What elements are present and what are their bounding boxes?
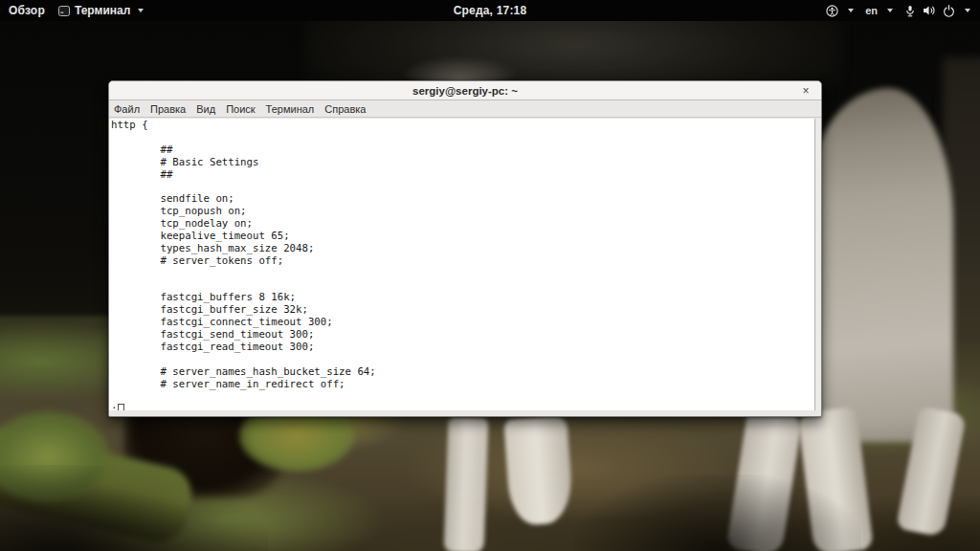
menu-item[interactable]: Правка <box>150 103 186 115</box>
chevron-down-icon <box>138 9 144 12</box>
terminal-icon <box>58 6 70 16</box>
terminal-line: # Basic Settings <box>111 157 814 169</box>
menu-item[interactable]: Справка <box>324 103 366 115</box>
accessibility-icon <box>826 5 838 17</box>
gnome-top-bar: Обзор Терминал Среда, 17:18 <box>0 0 980 21</box>
chevron-down-icon <box>965 9 970 12</box>
window-title: sergiy@sergiy-pc: ~ <box>412 85 518 97</box>
ground-shadow <box>574 474 861 551</box>
microphone-icon <box>904 5 916 17</box>
pager-prompt-row: : <box>111 403 814 410</box>
pager-prompt: : <box>111 403 117 410</box>
chevron-down-icon <box>848 9 854 12</box>
clock-button[interactable]: Среда, 17:18 <box>454 4 527 17</box>
terminal-line <box>111 354 814 366</box>
terminal-window: sergiy@sergiy-pc: ~ × ФайлПравкаВидПоиск… <box>108 80 822 417</box>
terminal-line: types_hash_max_size 2048; <box>111 243 814 255</box>
menu-item[interactable]: Поиск <box>226 103 255 115</box>
terminal-line: http { <box>111 120 814 132</box>
terminal-cursor <box>118 404 124 410</box>
volume-icon <box>923 5 936 16</box>
wolf-leg <box>444 416 489 551</box>
terminal-line: # server_name_in_redirect off; <box>111 379 814 391</box>
terminal-line: ## <box>111 169 814 182</box>
power-icon <box>943 5 955 17</box>
menu-item[interactable]: Файл <box>114 103 140 115</box>
system-menu-button[interactable] <box>904 5 970 17</box>
terminal-text: http { ## # Basic Settings ## sendfile o… <box>111 120 814 403</box>
window-titlebar[interactable]: sergiy@sergiy-pc: ~ × <box>109 81 821 100</box>
app-menu-button[interactable]: Терминал <box>58 4 144 17</box>
terminal-line: ## <box>111 144 814 157</box>
wolf-body <box>810 88 953 442</box>
terminal-line <box>111 268 814 280</box>
terminal-line <box>111 132 814 144</box>
terminal-line: # server_tokens off; <box>111 255 814 268</box>
terminal-line: keepalive_timeout 65; <box>111 231 814 243</box>
terminal-output[interactable]: http { ## # Basic Settings ## sendfile o… <box>109 119 814 410</box>
activities-button[interactable]: Обзор <box>9 4 45 17</box>
terminal-menubar: ФайлПравкаВидПоискТерминалСправка <box>109 101 821 118</box>
close-button[interactable]: × <box>799 84 813 98</box>
terminal-scrollbar[interactable] <box>814 119 820 410</box>
accessibility-menu-button[interactable] <box>826 5 854 17</box>
menu-item[interactable]: Терминал <box>266 103 315 115</box>
chevron-down-icon <box>887 9 893 12</box>
language-menu-button[interactable]: en <box>865 5 893 16</box>
ground-shadow <box>0 465 268 551</box>
menu-item[interactable]: Вид <box>196 103 215 115</box>
terminal-line <box>111 391 814 404</box>
terminal-line: # server_names_hash_bucket_size 64; <box>111 366 814 379</box>
terminal-line: fastcgi_read_timeout 300; <box>111 342 814 354</box>
app-menu-label: Терминал <box>75 4 130 17</box>
language-indicator: en <box>865 5 878 16</box>
